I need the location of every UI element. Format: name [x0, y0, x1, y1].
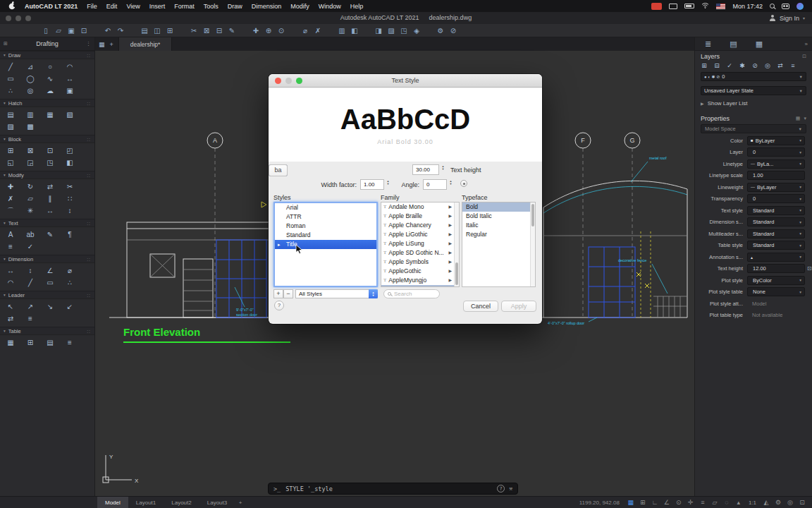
property-value-dropdown[interactable]: ▴ ▾: [747, 253, 805, 262]
cancel-button[interactable]: Cancel: [463, 301, 498, 312]
dialog-titlebar[interactable]: Text Style: [269, 74, 542, 87]
remove-leader-icon[interactable]: ↘: [42, 301, 58, 312]
diameter-dimension-icon[interactable]: ⌀: [62, 265, 78, 276]
annotation-scale-value[interactable]: 1:1: [749, 500, 756, 506]
layout2-tab[interactable]: Layout2: [164, 497, 199, 508]
menu-item[interactable]: Edit: [106, 3, 118, 10]
menu-item[interactable]: Window: [319, 3, 341, 10]
family-item[interactable]: T Apple Braille ▶: [381, 212, 454, 221]
collect-leaders-icon[interactable]: ≡: [23, 313, 38, 324]
ordinate-dimension-icon[interactable]: ∴: [62, 277, 78, 288]
layers-panel-menu-icon[interactable]: ⊡: [802, 54, 806, 59]
menu-item[interactable]: View: [126, 3, 140, 10]
baseline-dimension-icon[interactable]: ▭: [42, 277, 58, 288]
cut-icon[interactable]: ✂: [187, 27, 200, 35]
layers-palette-icon[interactable]: ≣: [705, 40, 711, 49]
property-value-dropdown[interactable]: 12.00: [747, 264, 805, 273]
input-language-flag-icon[interactable]: [716, 4, 725, 9]
reference-palette-tab-icon[interactable]: ▦: [756, 40, 763, 49]
erase-tool-icon[interactable]: ✗: [3, 193, 18, 204]
menu-item[interactable]: Help: [350, 3, 364, 10]
zoom-window-icon[interactable]: ⊕: [262, 27, 275, 35]
apple-menu-icon[interactable]: [8, 1, 16, 11]
typeface-item[interactable]: Bold Italic: [462, 212, 530, 221]
angular-dimension-icon[interactable]: ∠: [42, 265, 58, 276]
show-layer-list-toggle[interactable]: ▶ Show Layer List: [695, 95, 812, 110]
text-height-input[interactable]: 30.00: [412, 164, 439, 175]
linear-dimension-icon[interactable]: ↔: [3, 265, 18, 276]
scale-icon[interactable]: ↕: [62, 205, 78, 216]
zoom-dialog-icon[interactable]: [296, 78, 302, 84]
spline-icon[interactable]: ∿: [42, 73, 58, 84]
table-icon[interactable]: ▦: [3, 337, 18, 348]
layer-settings-icon[interactable]: ≡: [788, 62, 798, 69]
block-editor-icon[interactable]: ◧: [62, 157, 78, 168]
style-item[interactable]: ▸ Arial: [275, 203, 376, 212]
spell-check-icon[interactable]: ✓: [23, 241, 38, 252]
text-align-icon[interactable]: ≡: [3, 241, 18, 252]
workspace-icon[interactable]: ⚙: [434, 27, 447, 35]
mirror-icon[interactable]: ⇄: [42, 181, 58, 192]
spotlight-search-icon[interactable]: [770, 4, 775, 8]
sync-attributes-icon[interactable]: ◳: [42, 157, 58, 168]
layer-merge-icon[interactable]: ⇄: [775, 62, 785, 69]
hatch-diagonal-icon[interactable]: ▧: [62, 109, 78, 120]
menu-item[interactable]: Draw: [228, 3, 242, 10]
menu-item[interactable]: Tools: [204, 3, 219, 10]
family-scrollbar[interactable]: [454, 202, 459, 286]
menu-item[interactable]: Dimension: [252, 3, 282, 10]
close-dialog-icon[interactable]: [275, 78, 281, 84]
typeface-item[interactable]: Bold: [462, 202, 530, 212]
plot-preview-icon[interactable]: ◫: [151, 27, 164, 35]
menu-item[interactable]: File: [87, 3, 97, 10]
section-header-modify[interactable]: ▾Modify⁚⁚: [0, 171, 94, 179]
family-item[interactable]: T Apple LiSung ▶: [381, 239, 454, 248]
section-more-icon[interactable]: ⁚⁚: [87, 293, 91, 298]
annotative-radio[interactable]: [460, 180, 467, 187]
new-file-icon[interactable]: ▯: [39, 27, 52, 35]
typeface-scrollbar[interactable]: [530, 202, 535, 286]
fillet-icon[interactable]: ⌒: [3, 205, 18, 216]
layout1-tab[interactable]: Layout1: [128, 497, 164, 508]
section-header-dimension[interactable]: ▾Dimension⁚⁚: [0, 255, 94, 263]
width-factor-input[interactable]: 1.00: [360, 179, 384, 190]
insert-block-icon[interactable]: ⊞: [3, 145, 18, 156]
remove-style-button[interactable]: −: [283, 289, 293, 298]
trim-icon[interactable]: ✂: [62, 181, 78, 192]
style-item[interactable]: ▸ Standard: [275, 231, 376, 240]
family-item[interactable]: T Apple Chancery ▶: [381, 221, 454, 230]
property-value-dropdown[interactable]: Standard ▾: [747, 241, 805, 250]
new-layer-icon[interactable]: ⊞: [699, 62, 709, 69]
family-item[interactable]: T Apple SD Gothic N... ▶: [381, 248, 454, 258]
snap-mode-icon[interactable]: ⊞: [639, 499, 647, 506]
section-more-icon[interactable]: ⁚⁚: [87, 257, 91, 262]
vertical-dimension-icon[interactable]: ↕: [23, 265, 38, 276]
style-item[interactable]: ▸ ATTR: [275, 212, 376, 222]
current-layer-dropdown[interactable]: ● ◐ ✱ ⊘ 0 ▼: [701, 72, 806, 81]
explode-icon[interactable]: ✳: [23, 205, 38, 216]
lock-ui-icon[interactable]: ⊘: [447, 27, 460, 35]
hatch-lines-icon[interactable]: ▥: [23, 109, 38, 120]
leader-left-icon[interactable]: ↙: [62, 301, 78, 312]
point-icon[interactable]: ∴: [3, 85, 18, 96]
add-leader-icon[interactable]: ↗: [23, 301, 38, 312]
edit-text-icon[interactable]: ✎: [42, 229, 58, 240]
family-item[interactable]: T AppleMyungjo ▶: [381, 276, 454, 285]
annotation-visibility-icon[interactable]: ◭: [762, 499, 770, 506]
copy-tool-icon[interactable]: ▱: [23, 193, 38, 204]
section-header-hatch[interactable]: ▾Hatch⁚⁚: [0, 99, 94, 107]
add-style-button[interactable]: +: [273, 289, 283, 298]
layer-freeze-icon[interactable]: ✱: [737, 62, 747, 69]
styles-list[interactable]: ▸ Arial ▸ ATTR ▸ Roman ▸ Standard ▸ Titl…: [273, 202, 378, 287]
zoom-extents-icon[interactable]: ⊙: [275, 27, 288, 35]
properties-palette-tab-icon[interactable]: ▤: [730, 40, 737, 49]
grid-display-icon[interactable]: ▦: [627, 499, 635, 506]
region-icon[interactable]: ▣: [62, 85, 78, 96]
new-drawing-tab-icon[interactable]: +: [110, 41, 113, 48]
set-current-layer-icon[interactable]: ✓: [725, 62, 734, 69]
clean-screen-icon[interactable]: ⊡: [798, 499, 806, 506]
property-value-dropdown[interactable]: 1.00: [747, 171, 805, 180]
rotate-icon[interactable]: ↻: [23, 181, 38, 192]
ortho-mode-icon[interactable]: ∟: [651, 499, 659, 506]
copy-icon[interactable]: ⊠: [200, 27, 213, 35]
